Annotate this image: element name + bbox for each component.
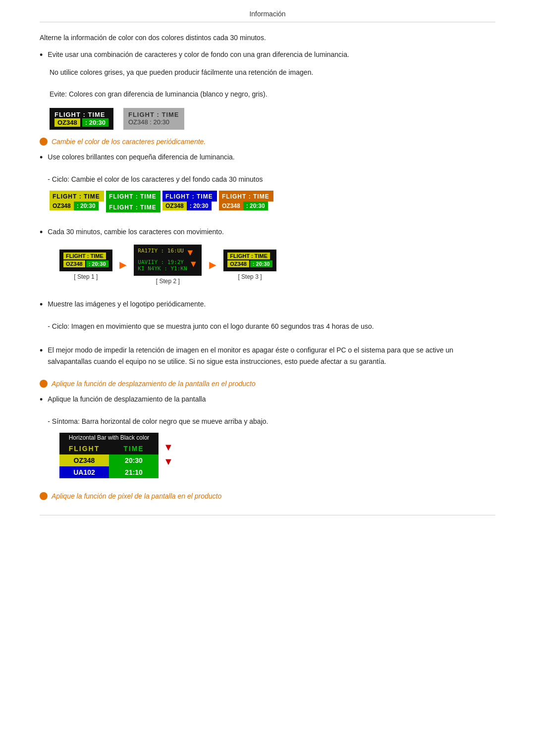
bullet-text-1: Evite usar una combinación de caracteres… <box>48 50 349 58</box>
bullet-text-2: Use colores brillantes con pequeña difer… <box>48 153 234 161</box>
orange-italic-text-1: Cambie el color de los caracteres periód… <box>52 138 206 146</box>
step-arrow-2: ► <box>207 258 218 272</box>
bullet-item-4: • Muestre las imágenes y el logotipo per… <box>40 299 495 332</box>
step-1-row1: FLIGHT : TIME <box>63 252 108 259</box>
cycle-box-4: FLIGHT : TIME OZ348 : 20:30 <box>219 191 273 210</box>
hbar-oz348: OZ348 <box>59 454 109 466</box>
step-1-label-text: [ Step 1 ] <box>59 273 112 280</box>
hbar-row-3: UA102 21:10 <box>59 466 159 478</box>
fb-row2-dark: OZ348 : 20:30 <box>54 118 108 127</box>
bullet-content-3: Cada 30 minutos, cambie los caracteres c… <box>48 226 495 237</box>
cycle-box-2-row1: FLIGHT : TIME <box>106 191 160 202</box>
bullet-text-3: Cada 30 minutos, cambie los caracteres c… <box>48 228 224 236</box>
cycle-box-4-row1: FLIGHT : TIME <box>219 191 273 202</box>
step-2-down-arrow-2: ▼ <box>189 259 198 272</box>
step-1-box: FLIGHT : TIME OZ348 : 20:30 <box>59 250 112 271</box>
hbar-row-2: OZ348 20:30 <box>59 454 159 466</box>
step-arrow-1: ► <box>117 258 129 272</box>
orange-italic-text-3: Aplique la función de píxel de la pantal… <box>52 492 221 500</box>
cycle-box-3-row2: OZ348 : 20:30 <box>162 202 217 210</box>
fb-dark-label: FLIGHT : TIME <box>54 111 106 118</box>
hbar-time-label: TIME <box>109 443 159 454</box>
step-2: RA17IY : 16:UU ▼ UAVIIY : 19:2YKI N4YK :… <box>134 245 202 285</box>
bullet-content-1: Evite usar una combinación de caracteres… <box>48 49 495 60</box>
cycle-box-3-time: : 20:30 <box>187 202 212 210</box>
hbar-arrows: ▼ ▼ <box>163 433 173 467</box>
cycle-box-4-time: : 20:30 <box>243 202 268 210</box>
page-container: Información Alterne la información de co… <box>0 0 535 535</box>
fb-row1-gray: FLIGHT : TIME <box>128 111 179 118</box>
steps-row: FLIGHT : TIME OZ348 : 20:30 [ Step 1 ] ►… <box>59 245 495 285</box>
fb-gray-label: FLIGHT : TIME <box>128 111 179 118</box>
cycle-box-1-row2: OZ348 : 20:30 <box>50 202 104 210</box>
sub-block-1: No utilice colores grises, ya que pueden… <box>50 67 495 100</box>
step-3-code: OZ348 <box>227 260 249 267</box>
cycle-box-1: FLIGHT : TIME OZ348 : 20:30 <box>50 191 104 210</box>
orange-bullet-row-1: Cambie el color de los caracteres periód… <box>40 138 495 146</box>
cycle-box-4-code: OZ348 <box>219 202 243 210</box>
step-1-code: OZ348 <box>63 260 85 267</box>
fb-row1-dark: FLIGHT : TIME <box>54 111 108 118</box>
cycle-box-2-code: FLIGHT : TIME <box>109 204 157 211</box>
hbar-header: Horizontal Bar with Black color <box>59 433 159 443</box>
bullet-sub-2: - Ciclo: Cambie el color de los caracter… <box>48 175 263 183</box>
orange-circle-icon-3 <box>40 492 48 500</box>
bullet-item-3: • Cada 30 minutos, cambie los caracteres… <box>40 226 495 239</box>
cycle-box-1-row1: FLIGHT : TIME <box>50 191 104 202</box>
cycle-box-2-row2: FLIGHT : TIME <box>106 202 160 212</box>
hbar-ua102: UA102 <box>59 466 109 478</box>
bullet-dot-3: • <box>40 226 43 239</box>
sub-line-1: No utilice colores grises, ya que pueden… <box>50 67 495 78</box>
step-3-row2: OZ348 : 20:30 <box>227 260 272 267</box>
bullet-content-2: Use colores brillantes con pequeña difer… <box>48 151 495 185</box>
hbar-arrow-down-2: ▼ <box>163 456 173 467</box>
fb-cell-green: : 20:30 <box>82 118 108 127</box>
cycle-box-2: FLIGHT : TIME FLIGHT : TIME <box>106 191 160 212</box>
step-2-row2: UAVIIY : 19:2YKI N4YK : Y1:KN ▼ <box>138 259 198 272</box>
sub-line-2: Evite: Colores con gran diferencia de lu… <box>50 89 495 100</box>
step-1: FLIGHT : TIME OZ348 : 20:30 [ Step 1 ] <box>59 250 112 280</box>
bullet-content-4: Muestre las imágenes y el logotipo perió… <box>48 299 495 332</box>
hbar-flight-label: FLIGHT <box>59 443 109 454</box>
fb-cell-yellow: OZ348 <box>54 118 80 127</box>
step-2-row1: RA17IY : 16:UU ▼ <box>138 248 198 258</box>
flight-box-gray: FLIGHT : TIME OZ348 : 20:30 <box>123 108 184 130</box>
bullet-sub-4: - Ciclo: Imagen en movimiento que se mue… <box>48 322 374 330</box>
step-2-box: RA17IY : 16:UU ▼ UAVIIY : 19:2YKI N4YK :… <box>134 245 202 276</box>
step-2-label-text: [ Step 2 ] <box>134 278 202 285</box>
hbar-container: Horizontal Bar with Black color FLIGHT T… <box>59 433 495 478</box>
hbar-row-1: FLIGHT TIME <box>59 443 159 454</box>
step-2-down-arrow-1: ▼ <box>186 248 195 258</box>
orange-italic-text-2: Aplique la función de desplazamiento de … <box>52 380 256 388</box>
fb-row2-gray: OZ348 : 20:30 <box>128 118 179 126</box>
cycle-box-1-time: : 20:30 <box>74 202 99 210</box>
bullet-text-6: Aplique la función de desplazamiento de … <box>48 395 206 403</box>
cycle-box-3-label: FLIGHT : TIME <box>165 193 213 200</box>
step-3-row1: FLIGHT : TIME <box>227 252 272 259</box>
hbar-arrow-down-1: ▼ <box>163 442 173 453</box>
bullet-dot-4: • <box>40 299 43 311</box>
cycle-box-4-row2: OZ348 : 20:30 <box>219 202 273 210</box>
step-3-label-text: [ Step 3 ] <box>223 273 276 280</box>
bottom-border <box>40 515 495 515</box>
step-2-scrambled-2: UAVIIY : 19:2YKI N4YK : Y1:KN <box>138 259 187 272</box>
page-title: Información <box>249 10 285 18</box>
step-3-box: FLIGHT : TIME OZ348 : 20:30 <box>223 250 276 271</box>
hbar-box: Horizontal Bar with Black color FLIGHT T… <box>59 433 159 478</box>
flight-boxes-row: FLIGHT : TIME OZ348 : 20:30 FLIGHT : TIM… <box>50 108 495 130</box>
bullet-content-5: El mejor modo de impedir la retención de… <box>48 345 495 367</box>
step-1-label: FLIGHT : TIME <box>63 252 106 259</box>
step-1-row2: OZ348 : 20:30 <box>63 260 108 267</box>
bullet-sub-6: - Síntoma: Barra horizontal de color neg… <box>48 417 268 425</box>
cycle-box-1-code: OZ348 <box>50 202 74 210</box>
step-1-time: : 20:30 <box>86 260 108 267</box>
bullet-dot-1: • <box>40 49 43 61</box>
bullet-item-5: • El mejor modo de impedir la retención … <box>40 345 495 367</box>
orange-bullet-row-2: Aplique la función de desplazamiento de … <box>40 380 495 388</box>
cycle-boxes-row: FLIGHT : TIME OZ348 : 20:30 FLIGHT : TIM… <box>50 191 495 212</box>
step-2-scrambled-1: RA17IY : 16:UU <box>138 248 184 258</box>
cycle-box-4-label: FLIGHT : TIME <box>222 193 269 200</box>
orange-circle-icon-2 <box>40 380 48 388</box>
cycle-box-3: FLIGHT : TIME OZ348 : 20:30 <box>162 191 217 210</box>
hbar-2110: 21:10 <box>109 466 159 478</box>
